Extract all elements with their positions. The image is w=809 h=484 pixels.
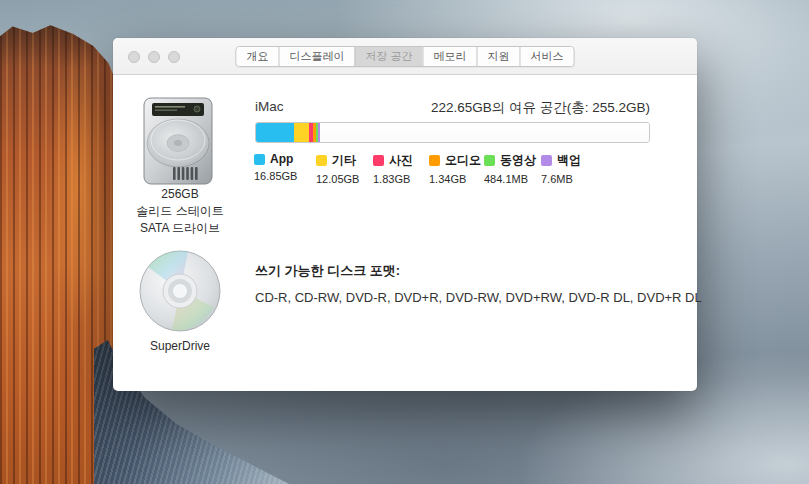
superdrive-disc-icon bbox=[138, 249, 222, 333]
drive-type: 솔리드 스테이트 bbox=[118, 203, 242, 220]
drive-caption: 256GB 솔리드 스테이트 SATA 드라이브 bbox=[118, 186, 242, 237]
legend-item-photos: 사진 1.83GB bbox=[373, 152, 429, 185]
bar-segment-apps bbox=[256, 123, 294, 142]
zoom-button[interactable] bbox=[168, 51, 180, 63]
legend-size: 484.1MB bbox=[484, 173, 541, 185]
legend-size: 12.05GB bbox=[316, 173, 373, 185]
tab-displays[interactable]: 디스플레이 bbox=[278, 47, 354, 66]
legend-label: 백업 bbox=[557, 152, 581, 169]
legend-label: 기타 bbox=[332, 152, 356, 169]
storage-pane: 256GB 솔리드 스테이트 SATA 드라이브 bbox=[113, 76, 697, 391]
legend-item-other: 기타 12.05GB bbox=[316, 152, 373, 185]
drive-interface: SATA 드라이브 bbox=[118, 220, 242, 237]
storage-usage-bar bbox=[255, 122, 650, 143]
legend-size: 16.85GB bbox=[254, 170, 316, 182]
backups-swatch bbox=[541, 155, 552, 166]
bar-segment-other bbox=[294, 123, 309, 142]
legend-label: 사진 bbox=[389, 152, 413, 169]
tab-storage[interactable]: 저장 공간 bbox=[354, 47, 422, 66]
writable-formats-list: CD-R, CD-RW, DVD-R, DVD+R, DVD-RW, DVD+R… bbox=[255, 290, 702, 305]
legend-size: 1.34GB bbox=[429, 173, 484, 185]
superdrive-label: SuperDrive bbox=[118, 339, 242, 353]
legend-item-apps: App 16.85GB bbox=[254, 152, 316, 185]
legend-label: 오디오 bbox=[445, 152, 481, 169]
free-space-summary: 222.65GB의 여유 공간(총: 255.2GB) bbox=[431, 99, 650, 117]
tab-overview[interactable]: 개요 bbox=[236, 47, 278, 66]
legend-item-movies: 동영상 484.1MB bbox=[484, 152, 541, 185]
tab-support[interactable]: 지원 bbox=[477, 47, 520, 66]
legend-item-audio: 오디오 1.34GB bbox=[429, 152, 484, 185]
legend-item-backups: 백업 7.6MB bbox=[541, 152, 601, 185]
apps-swatch bbox=[254, 154, 265, 165]
other-swatch bbox=[316, 155, 327, 166]
legend-size: 1.83GB bbox=[373, 173, 429, 185]
desktop-background: 개요 디스플레이 저장 공간 메모리 지원 서비스 bbox=[0, 0, 809, 484]
window-titlebar[interactable]: 개요 디스플레이 저장 공간 메모리 지원 서비스 bbox=[113, 38, 697, 75]
device-name: iMac bbox=[255, 99, 284, 114]
bar-free-space bbox=[320, 123, 649, 142]
writable-formats-title: 쓰기 가능한 디스크 포맷: bbox=[255, 262, 400, 280]
tab-bar: 개요 디스플레이 저장 공간 메모리 지원 서비스 bbox=[235, 46, 574, 67]
legend-label: 동영상 bbox=[500, 152, 536, 169]
tab-service[interactable]: 서비스 bbox=[520, 47, 574, 66]
storage-legend: App 16.85GB 기타 12.05GB 사진 1.83GB 오디오 1.3… bbox=[254, 152, 601, 185]
legend-label: App bbox=[270, 152, 293, 166]
minimize-button[interactable] bbox=[148, 51, 160, 63]
about-this-mac-window: 개요 디스플레이 저장 공간 메모리 지원 서비스 bbox=[113, 38, 697, 391]
audio-swatch bbox=[429, 155, 440, 166]
close-button[interactable] bbox=[128, 51, 140, 63]
movies-swatch bbox=[484, 155, 495, 166]
photos-swatch bbox=[373, 155, 384, 166]
tab-memory[interactable]: 메모리 bbox=[423, 47, 477, 66]
hard-drive-icon bbox=[139, 95, 217, 187]
drive-capacity: 256GB bbox=[118, 186, 242, 203]
legend-size: 7.6MB bbox=[541, 173, 601, 185]
